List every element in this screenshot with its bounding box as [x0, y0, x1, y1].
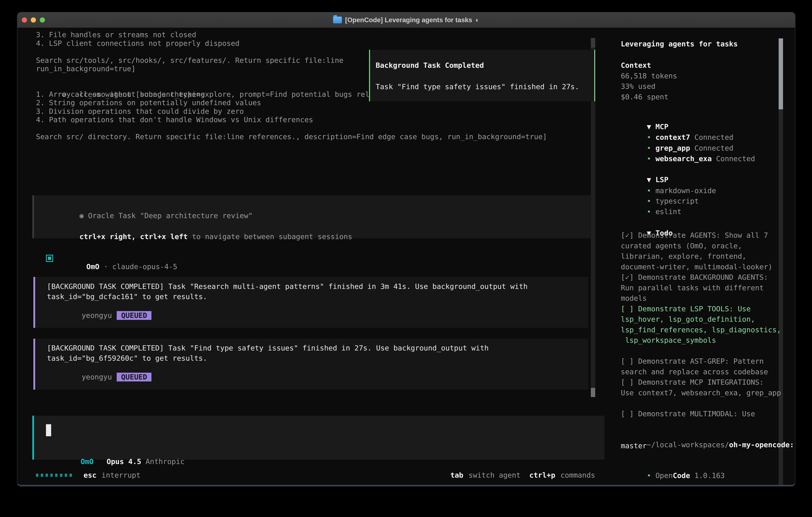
shortcut-keys: ctrl+x right, ctrl+x left [79, 233, 187, 241]
todo-line: librarian, explore, frontend, [621, 252, 747, 261]
activity-dots [36, 473, 72, 477]
workspace-branch: master [621, 442, 647, 450]
task-message-line2: task_id="bg_6f59260c" to get results. [47, 354, 207, 362]
maximize-button[interactable] [40, 18, 45, 23]
terminal-line: run_in_background=true] [36, 64, 136, 73]
ctrlp-key-label: commands [560, 471, 595, 480]
terminal-window: [OpenCode] Leveraging agents for tasks ◐… [17, 12, 795, 486]
input-agent-name: OmO [81, 457, 93, 466]
tab-key-hint: tab [451, 471, 463, 480]
status-badge: QUEUED [117, 311, 151, 320]
terminal-line: 1. Array access without bounds checking [36, 90, 205, 99]
notification-body: Task "Find type safety issues" finished … [376, 83, 579, 91]
terminal-line: 4. Path operations that don't handle Win… [36, 115, 313, 124]
todo-line: [ ] Demonstrate MULTIMODAL: Use [621, 410, 755, 418]
shortcut-hint: to navigate between subagent sessions [187, 233, 352, 241]
tab-key-label: switch agent [468, 471, 521, 480]
separator-dot: · [104, 263, 108, 271]
todo-line-active: lsp_find_references, lsp_diagnostics, [621, 326, 781, 334]
context-spent: $0.46 spent [621, 93, 668, 101]
task-user: yeongyu [82, 373, 112, 381]
task-user: yeongyu [82, 311, 112, 320]
terminal-line: Search src/ directory. Return specific f… [36, 133, 547, 141]
close-button[interactable] [22, 18, 27, 23]
esc-key-hint: esc [84, 471, 96, 480]
screen: [OpenCode] Leveraging agents for tasks ◐… [0, 0, 812, 517]
todo-line: Run parallel tasks with different [621, 284, 764, 292]
terminal-line: 3. File handles or streams not closed [36, 31, 196, 39]
titlebar: [OpenCode] Leveraging agents for tasks ◐ [18, 12, 795, 28]
todo-line: [✓] Demonstrate AGENTS: Show all 7 [621, 231, 768, 240]
todo-line-active: lsp_workspace_symbols [621, 336, 716, 345]
terminal-line: 2. String operations on potentially unde… [36, 99, 261, 107]
opencode-version: • OpenCode 1.0.163 [621, 463, 725, 486]
todo-line: search and replace across codebase [621, 368, 768, 376]
text-cursor [46, 424, 51, 436]
status-dot-icon: • [647, 155, 651, 163]
task-message-line1: [BACKGROUND TASK COMPLETED] Task "Resear… [47, 282, 528, 291]
main-scrollbar-thumb-bottom[interactable] [591, 388, 595, 397]
input-provider-name: Anthropic [146, 457, 184, 466]
context-tokens: 66,518 tokens [621, 72, 677, 80]
task-message-meta: yeongyuQUEUED [47, 303, 151, 328]
task-message: [BACKGROUND TASK COMPLETED] Task "Resear… [33, 277, 588, 328]
todo-line: curated agents (OmO, oracle, [621, 242, 742, 250]
window-title: [OpenCode] Leveraging agents for tasks [345, 16, 472, 24]
statusbar-left: esc interrupt [36, 471, 141, 480]
status-dot-icon: • [647, 471, 651, 480]
todo-line: models [621, 294, 647, 302]
todo-line: Use context7, websearch_exa, grep_app [621, 389, 781, 397]
terminal-line: 3. Division operations that could divide… [36, 107, 244, 115]
main-scrollbar-thumb-top[interactable] [591, 38, 595, 48]
todo-line-active: [ ] Demonstrate LSP TOOLS: Use [621, 305, 751, 313]
status-dot-icon: • [647, 208, 651, 216]
model-indicator: OmO Opus 4.5 Anthropic [46, 449, 184, 474]
folder-icon [333, 17, 342, 23]
sidebar-scrollbar-thumb[interactable] [779, 38, 783, 109]
task-message-line1: [BACKGROUND TASK COMPLETED] Task "Find t… [47, 344, 489, 352]
input-model-name: Opus 4.5 [107, 457, 141, 466]
notification-toast: Background Task Completed Task "Find typ… [369, 50, 595, 101]
todo-line-active: lsp_hover, lsp_goto_definition, [621, 315, 755, 324]
todo-line: [ ] Demonstrate AST-GREP: Pattern [621, 357, 764, 365]
notification-title: Background Task Completed [376, 61, 484, 70]
terminal-line: Search src/tools/, src/hooks/, src/featu… [36, 56, 344, 64]
context-used: 33% used [621, 82, 655, 90]
half-circle-icon: ◐ [475, 17, 479, 24]
prompt-input[interactable]: OmO Opus 4.5 Anthropic [32, 416, 604, 460]
record-icon: ◉ [79, 212, 84, 220]
traffic-lights [22, 12, 45, 28]
oracle-task-box: ◉ Oracle Task "Deep architecture review"… [32, 195, 591, 238]
agent-icon-fill [48, 257, 51, 260]
todo-line: [ ] Demonstrate MCP INTEGRATIONS: [621, 378, 764, 386]
task-message-meta: yeongyuQUEUED [47, 364, 151, 390]
esc-key-label: interrupt [102, 471, 141, 480]
window-title-group: [OpenCode] Leveraging agents for tasks ◐ [333, 16, 479, 24]
task-message-line2: task_id="bg_dcfac161" to get results. [47, 293, 207, 301]
oracle-task-hint: ctrl+x right, ctrl+x left to navigate be… [45, 224, 352, 249]
task-message: [BACKGROUND TASK COMPLETED] Task "Find t… [33, 339, 588, 390]
minimize-button[interactable] [31, 18, 36, 23]
context-heading: Context [621, 61, 651, 70]
agent-name: OmO [86, 263, 99, 271]
statusbar-right: tab switch agent ctrl+p commands [451, 471, 595, 480]
status-badge: QUEUED [117, 373, 151, 381]
todo-line: document-writer, multimodal-looker) [621, 263, 773, 271]
ctrlp-key-hint: ctrl+p [529, 471, 555, 480]
terminal-line: 4. LSP client connections not properly d… [36, 39, 239, 48]
agent-model: claude-opus-4-5 [112, 263, 177, 271]
agent-icon [46, 255, 53, 262]
todo-line: [✓] Demonstrate BACKGROUND AGENTS: [621, 273, 768, 281]
sidebar-session-title: Leveraging agents for tasks [621, 40, 738, 48]
agent-header: OmO · claude-opus-4-5 [60, 254, 177, 279]
